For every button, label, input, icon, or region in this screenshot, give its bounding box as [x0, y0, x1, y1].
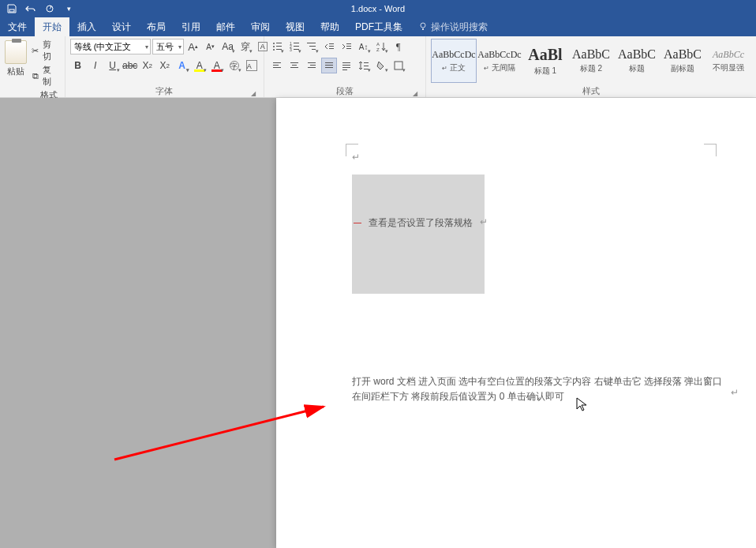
svg-rect-9 — [294, 43, 299, 43]
font-size-combo[interactable]: 五号▾ — [152, 39, 184, 54]
align-justify-button[interactable] — [321, 58, 337, 73]
paste-button[interactable]: 粘贴 — [5, 39, 27, 77]
style-no-spacing[interactable]: AaBbCcDc ↵ 无间隔 — [477, 39, 522, 83]
style-heading2[interactable]: AaBbC 标题 2 — [568, 39, 614, 83]
svg-rect-29 — [292, 65, 297, 66]
phonetic-guide-button[interactable]: 穿 — [238, 39, 253, 54]
document-text-line1[interactable]: 查看是否设置了段落规格 — [369, 216, 473, 230]
bullets-button[interactable] — [269, 39, 285, 54]
sort-button[interactable]: AZ — [373, 39, 389, 54]
numbering-button[interactable]: 123 — [286, 39, 302, 54]
tab-references[interactable]: 引用 — [174, 17, 208, 36]
save-icon[interactable] — [6, 3, 17, 14]
svg-point-6 — [273, 49, 275, 51]
list-marker: — — [354, 218, 361, 227]
style-subtle[interactable]: AaBbCc 不明显强 — [705, 39, 751, 83]
svg-rect-15 — [309, 46, 316, 47]
svg-rect-33 — [308, 67, 316, 68]
tab-home[interactable]: 开始 — [35, 17, 69, 36]
tab-design[interactable]: 设计 — [104, 17, 139, 36]
mouse-cursor-icon — [576, 397, 587, 414]
distribute-button[interactable] — [339, 58, 354, 73]
copy-button[interactable]: ⧉ 复制 — [30, 64, 60, 88]
tab-pdf[interactable]: PDF工具集 — [347, 17, 410, 36]
italic-button[interactable]: I — [88, 58, 103, 73]
svg-rect-20 — [346, 43, 351, 44]
svg-rect-21 — [346, 46, 351, 47]
multilevel-list-button[interactable] — [304, 39, 320, 54]
paragraph-dialog-launcher[interactable]: ◢ — [411, 88, 419, 96]
cut-label: 剪切 — [43, 39, 59, 62]
align-right-button[interactable] — [304, 58, 320, 73]
window-title: 1.docx - Word — [351, 4, 405, 13]
style-preview: AaBbC — [572, 47, 610, 62]
svg-rect-28 — [290, 62, 298, 63]
style-preview: AaBl — [528, 46, 562, 64]
style-title[interactable]: AaBbC 标题 — [614, 39, 660, 83]
selection-block — [352, 398, 612, 465]
borders-button[interactable] — [391, 58, 406, 73]
undo-icon[interactable] — [25, 3, 36, 14]
svg-rect-22 — [346, 48, 351, 49]
svg-rect-25 — [273, 62, 281, 63]
font-dialog-launcher[interactable]: ◢ — [249, 88, 257, 96]
tell-me-label: 操作说明搜索 — [431, 21, 488, 34]
ribbon-tabs: 文件 开始 插入 设计 布局 引用 邮件 审阅 视图 帮助 PDF工具集 操作说… — [0, 17, 756, 36]
tell-me-search[interactable]: 操作说明搜索 — [410, 17, 496, 36]
redo-icon[interactable] — [44, 3, 55, 14]
style-heading1[interactable]: AaBl 标题 1 — [522, 39, 568, 83]
subscript-button[interactable]: X2 — [140, 58, 155, 73]
style-normal[interactable]: AaBbCcDc ↵ 正文 — [431, 39, 477, 83]
document-text-line2[interactable]: 打开 word 文档 进入页面 选中有空白位置的段落文字内容 右键单击它 选择段… — [352, 374, 723, 404]
shrink-font-button[interactable]: A▾ — [203, 39, 219, 54]
increase-indent-button[interactable] — [339, 39, 354, 54]
group-font: 等线 (中文正文▾ 五号▾ A▴ A▾ Aa 穿 A B I U abc X2 … — [65, 36, 264, 97]
shading-button[interactable] — [373, 58, 389, 73]
tab-mailings[interactable]: 邮件 — [208, 17, 243, 36]
font-color-button[interactable]: A — [209, 58, 225, 73]
cut-button[interactable]: ✂ 剪切 — [30, 39, 60, 62]
qat-dropdown-icon[interactable]: ▾ — [63, 3, 74, 14]
tab-view[interactable]: 视图 — [278, 17, 313, 36]
svg-text:3: 3 — [290, 47, 292, 52]
svg-rect-3 — [276, 43, 282, 43]
align-center-button[interactable] — [286, 58, 302, 73]
strikethrough-button[interactable]: abc — [122, 58, 138, 73]
svg-rect-7 — [276, 49, 282, 50]
grow-font-button[interactable]: A▴ — [185, 39, 201, 54]
quick-access-toolbar: ▾ — [0, 3, 74, 14]
tab-review[interactable]: 审阅 — [243, 17, 278, 36]
enclose-char-button[interactable]: A — [244, 58, 260, 73]
selection-block — [352, 175, 485, 294]
svg-rect-16 — [312, 49, 316, 50]
font-name-combo[interactable]: 等线 (中文正文▾ — [70, 39, 151, 54]
tab-layout[interactable]: 布局 — [139, 17, 174, 36]
tab-insert[interactable]: 插入 — [69, 17, 104, 36]
svg-rect-5 — [276, 46, 282, 47]
style-name: 标题 1 — [534, 66, 556, 77]
text-effects-button[interactable]: A — [174, 58, 190, 73]
style-preview: AaBbC — [664, 47, 702, 62]
show-marks-button[interactable]: ¶ — [391, 39, 406, 54]
svg-rect-11 — [294, 46, 299, 47]
change-case-button[interactable]: Aa — [220, 39, 236, 54]
paste-icon — [5, 40, 27, 64]
decrease-indent-button[interactable] — [321, 39, 337, 54]
line-spacing-button[interactable] — [356, 58, 372, 73]
style-name: 副标题 — [671, 63, 694, 74]
align-left-button[interactable] — [269, 58, 285, 73]
style-subtitle[interactable]: AaBbC 副标题 — [660, 39, 705, 83]
tab-file[interactable]: 文件 — [0, 17, 35, 36]
underline-button[interactable]: U — [105, 58, 121, 73]
document-page[interactable]: ↵ — 查看是否设置了段落规格 ↵ 打开 word 文档 进入页面 选中有空白位… — [276, 98, 756, 548]
highlight-button[interactable]: A — [192, 58, 208, 73]
char-shading-button[interactable]: 字 — [226, 58, 242, 73]
superscript-button[interactable]: X2 — [157, 58, 173, 73]
cut-icon: ✂ — [30, 45, 40, 56]
bold-button[interactable]: B — [70, 58, 86, 73]
style-preview: AaBbCc — [713, 49, 744, 61]
svg-rect-30 — [290, 67, 298, 68]
asian-layout-button[interactable]: A↕ — [356, 39, 372, 54]
group-clipboard: 粘贴 ✂ 剪切 ⧉ 复制 ✎ 格式刷 剪贴板 ◢ — [0, 36, 65, 97]
tab-help[interactable]: 帮助 — [313, 17, 347, 36]
